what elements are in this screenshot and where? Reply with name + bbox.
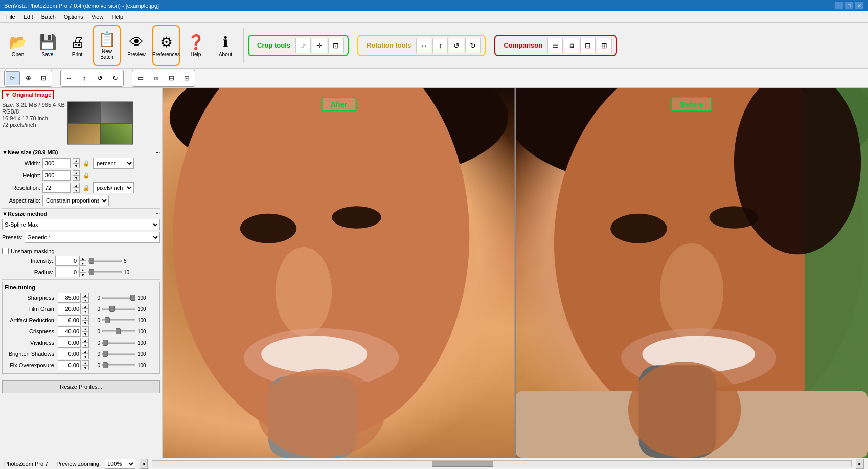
scroll-right-btn[interactable]: ► bbox=[856, 459, 864, 469]
original-image-header[interactable]: ▼ Original Image bbox=[2, 90, 54, 99]
t2-rotate-cw-button[interactable]: ↻ bbox=[108, 71, 122, 85]
save-button[interactable]: 💾 Save bbox=[34, 25, 61, 66]
unsharp-checkbox[interactable] bbox=[2, 248, 9, 254]
overexposure-input[interactable] bbox=[58, 360, 81, 370]
cr-up[interactable]: ▲ bbox=[82, 326, 89, 331]
new-size-header[interactable]: ▼ New size (28.9 MB) ··· bbox=[2, 149, 160, 155]
intensity-slider[interactable] bbox=[88, 260, 122, 262]
sharpness-slider[interactable] bbox=[102, 297, 135, 299]
intensity-down[interactable]: ▼ bbox=[79, 261, 86, 266]
sharpness-input[interactable] bbox=[58, 293, 81, 303]
resolution-input[interactable] bbox=[42, 183, 71, 193]
sh-up[interactable]: ▲ bbox=[82, 293, 89, 298]
vi-thumb[interactable] bbox=[103, 340, 108, 346]
vi-down[interactable]: ▼ bbox=[82, 343, 89, 348]
sh-down[interactable]: ▼ bbox=[82, 298, 89, 303]
horizontal-scrollbar[interactable] bbox=[152, 460, 852, 467]
oe-down[interactable]: ▼ bbox=[82, 365, 89, 370]
resize-profiles-button[interactable]: Resize Profiles... bbox=[2, 380, 160, 393]
about-button[interactable]: ℹ About bbox=[212, 25, 239, 66]
brighten-slider[interactable] bbox=[102, 353, 135, 355]
maximize-button[interactable]: □ bbox=[844, 2, 854, 10]
view-split-h-button[interactable]: ⊟ bbox=[580, 38, 596, 53]
close-button[interactable]: ✕ bbox=[855, 2, 864, 10]
hand-tool-button[interactable]: ☞ bbox=[6, 71, 20, 85]
res-up-btn[interactable]: ▲ bbox=[73, 183, 80, 188]
ar-up[interactable]: ▲ bbox=[82, 315, 89, 320]
t2-rotate-ccw-button[interactable]: ↺ bbox=[93, 71, 107, 85]
flip-vertical-button[interactable]: ↕ bbox=[432, 38, 448, 53]
help-button[interactable]: ❓ Help bbox=[182, 25, 210, 66]
res-unit-select[interactable]: pixels/inch pixels/cm bbox=[93, 182, 134, 193]
oe-up[interactable]: ▲ bbox=[82, 360, 89, 365]
menu-batch[interactable]: Batch bbox=[37, 13, 60, 21]
method-select[interactable]: S-Spline Max S-Spline Bicubic bbox=[2, 219, 160, 230]
new-size-options-btn[interactable]: ··· bbox=[156, 150, 160, 155]
artifact-input[interactable] bbox=[58, 315, 81, 325]
flip-horizontal-button[interactable]: ↔ bbox=[416, 38, 431, 53]
resize-method-options-btn[interactable]: ··· bbox=[156, 211, 160, 217]
fg-down[interactable]: ▼ bbox=[82, 309, 89, 314]
filmgrain-slider[interactable] bbox=[102, 308, 135, 310]
fg-thumb[interactable] bbox=[109, 306, 115, 312]
overexposure-slider[interactable] bbox=[102, 364, 135, 366]
minimize-button[interactable]: − bbox=[834, 2, 843, 10]
crop-move-button[interactable]: ✛ bbox=[312, 38, 327, 53]
ar-down[interactable]: ▼ bbox=[82, 320, 89, 325]
zoom-in-button[interactable]: ⊕ bbox=[21, 71, 35, 85]
res-down-btn[interactable]: ▼ bbox=[73, 188, 80, 193]
bs-up[interactable]: ▲ bbox=[82, 349, 89, 354]
t2-flip-v-button[interactable]: ↕ bbox=[77, 71, 92, 85]
vividness-slider[interactable] bbox=[102, 342, 135, 344]
intensity-thumb[interactable] bbox=[89, 258, 94, 264]
width-down-btn[interactable]: ▼ bbox=[73, 163, 80, 168]
filmgrain-input[interactable] bbox=[58, 304, 81, 314]
radius-up[interactable]: ▲ bbox=[79, 267, 86, 272]
height-input[interactable] bbox=[42, 170, 71, 181]
radius-thumb[interactable] bbox=[89, 269, 94, 275]
width-input[interactable] bbox=[42, 158, 71, 168]
intensity-input[interactable] bbox=[55, 256, 78, 266]
height-down-btn[interactable]: ▼ bbox=[73, 175, 80, 181]
view-single-button[interactable]: ▭ bbox=[547, 38, 563, 53]
res-lock-btn[interactable]: 🔒 bbox=[82, 183, 91, 193]
menu-edit[interactable]: Edit bbox=[19, 13, 37, 21]
radius-input[interactable] bbox=[55, 267, 78, 277]
fg-up[interactable]: ▲ bbox=[82, 304, 89, 309]
bs-thumb[interactable] bbox=[103, 351, 108, 357]
vividness-input[interactable] bbox=[58, 338, 81, 348]
rotate-cw-button[interactable]: ↻ bbox=[465, 38, 481, 53]
open-button[interactable]: 📂 Open bbox=[4, 25, 32, 66]
crop-hand-button[interactable]: ☞ bbox=[295, 38, 311, 53]
aspect-select[interactable]: Constrain proportions Free bbox=[42, 195, 109, 206]
presets-select[interactable]: Generic * Photo bbox=[25, 232, 160, 243]
crispness-input[interactable] bbox=[58, 326, 81, 337]
artifact-slider[interactable] bbox=[102, 319, 135, 321]
scroll-left-btn[interactable]: ◄ bbox=[140, 459, 148, 469]
rotate-ccw-button[interactable]: ↺ bbox=[449, 38, 464, 53]
width-up-btn[interactable]: ▲ bbox=[73, 158, 80, 163]
cr-down[interactable]: ▼ bbox=[82, 331, 89, 337]
crop-select-button[interactable]: ⊡ bbox=[328, 38, 344, 53]
crop-tool-button[interactable]: ⊡ bbox=[36, 71, 51, 85]
sh-thumb[interactable] bbox=[130, 295, 135, 301]
new-batch-button[interactable]: 📋 New Batch bbox=[93, 25, 121, 66]
height-lock-btn[interactable]: 🔒 bbox=[82, 170, 91, 181]
zoom-select[interactable]: 100% 50% 200% Fit bbox=[105, 459, 135, 469]
resize-method-header[interactable]: ▼ Resize method ··· bbox=[2, 211, 160, 217]
ar-thumb[interactable] bbox=[105, 317, 110, 323]
preferences-button[interactable]: ⚙ Preferences bbox=[152, 25, 180, 66]
cr-thumb[interactable] bbox=[116, 328, 121, 334]
brighten-input[interactable] bbox=[58, 349, 81, 359]
t2-single-view-button[interactable]: ▭ bbox=[133, 71, 148, 85]
menu-help[interactable]: Help bbox=[107, 13, 127, 21]
radius-slider[interactable] bbox=[88, 271, 122, 273]
radius-down[interactable]: ▼ bbox=[79, 272, 86, 277]
scroll-thumb[interactable] bbox=[432, 461, 493, 467]
width-lock-btn[interactable]: 🔒 bbox=[82, 158, 91, 168]
print-button[interactable]: 🖨 Print bbox=[63, 25, 91, 66]
view-split-4-button[interactable]: ⊞ bbox=[597, 38, 612, 53]
menu-file[interactable]: File bbox=[2, 13, 19, 21]
t2-split-v-button[interactable]: ⧈ bbox=[149, 71, 163, 85]
bs-down[interactable]: ▼ bbox=[82, 354, 89, 359]
